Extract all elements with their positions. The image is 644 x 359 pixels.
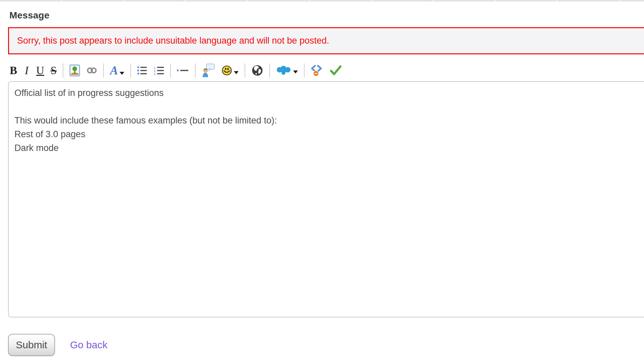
go-back-link[interactable]: Go back [70,339,108,351]
link-icon [86,67,97,74]
post-editor-form: Message Sorry, this post appears to incl… [8,2,644,356]
bbcode-group [305,64,348,77]
insert-media-group [63,64,103,76]
numbered-list-icon: 1 2 3 [153,66,164,75]
numbered-list-button[interactable]: 1 2 3 [153,66,164,75]
quote-smiley-group [196,63,245,78]
toggle-bbcode-button[interactable] [311,64,323,77]
form-actions: Submit Go back [8,334,644,356]
italic-icon: I [23,65,30,76]
page-title: Message [9,10,644,21]
strikethrough-icon: S [51,65,57,76]
chevron-down-icon [234,71,239,74]
shout-group [270,66,304,75]
bulleted-list-icon [137,66,147,75]
message-textarea[interactable]: Official list of in progress suggestions… [8,81,644,317]
quote-user-icon [202,63,215,78]
submit-button[interactable]: Submit [8,334,55,356]
bulleted-list-button[interactable] [137,66,147,75]
insert-quote-button[interactable] [202,63,215,78]
svg-text:3: 3 [154,72,155,75]
spellcheck-button[interactable] [330,65,342,76]
editor-toolbar: B I U S [8,63,644,78]
insert-image-button[interactable] [69,64,80,76]
globe-group [245,64,269,76]
horizontal-rule-button[interactable] [177,68,189,72]
horizontal-rule-icon [177,68,189,72]
cloud-icon [276,66,292,75]
list-group: 1 2 3 [131,66,170,75]
cropped-toolbar-edge [0,0,644,1]
underline-button[interactable]: U [36,65,44,76]
smiley-icon [221,65,232,76]
strikethrough-button[interactable]: S [51,65,57,76]
rule-group [171,68,195,72]
font-color-group: A [104,64,130,76]
insert-globe-link-button[interactable] [251,64,263,76]
font-color-icon: A [110,64,118,76]
shout-menu-button[interactable] [276,66,298,75]
check-icon [330,65,342,76]
error-banner: Sorry, this post appears to include unsu… [8,27,644,54]
code-disabled-icon [311,64,323,77]
italic-button[interactable]: I [23,65,30,76]
bold-icon: B [10,65,17,76]
chevron-down-icon [293,70,298,73]
font-color-menu-button[interactable]: A [110,64,124,76]
insert-link-button[interactable] [86,67,97,74]
globe-icon [251,64,263,76]
error-message: Sorry, this post appears to include unsu… [17,36,329,46]
underline-icon: U [36,65,44,76]
image-icon [69,64,80,76]
smiley-menu-button[interactable] [221,65,239,76]
chevron-down-icon [120,72,124,75]
bold-button[interactable]: B [10,65,17,76]
text-style-group: B I U S [10,65,63,76]
